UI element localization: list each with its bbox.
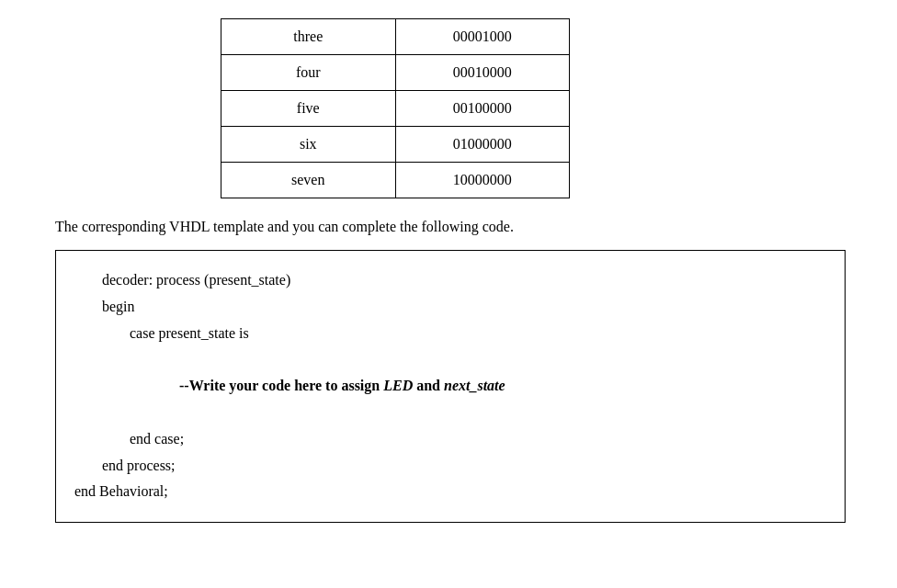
code-line-4-prefix: --Write your code here to assign: [179, 378, 383, 393]
table-cell-name: five: [221, 91, 396, 127]
table-cell-name: six: [221, 127, 396, 163]
code-line-4-mid: and: [413, 378, 444, 393]
table-container: three00001000four00010000five00100000six…: [221, 18, 570, 198]
table-row: four00010000: [221, 55, 570, 91]
table-cell-name: three: [221, 19, 396, 55]
description-text: The corresponding VHDL template and you …: [55, 219, 514, 235]
table-cell-value: 01000000: [395, 127, 570, 163]
code-line-3: case present_state is: [74, 321, 826, 347]
table-row: five00100000: [221, 91, 570, 127]
table-cell-value: 10000000: [395, 163, 570, 198]
code-line-4-italic1: LED: [383, 378, 413, 393]
code-line-5: end case;: [74, 426, 826, 453]
page-content: three00001000four00010000five00100000six…: [55, 18, 842, 523]
table-cell-name: four: [221, 55, 396, 91]
table-cell-value: 00001000: [395, 19, 570, 55]
table-cell-value: 00100000: [395, 91, 570, 127]
code-line-1: decoder: process (present_state): [74, 267, 826, 294]
table-cell-name: seven: [221, 163, 396, 198]
data-table: three00001000four00010000five00100000six…: [221, 18, 570, 198]
table-row: seven10000000: [221, 163, 570, 198]
code-line-7: end Behavioral;: [74, 479, 826, 505]
table-row: three00001000: [221, 19, 570, 55]
code-line-6: end process;: [74, 453, 826, 480]
code-line-4: --Write your code here to assign LED and…: [74, 346, 826, 425]
code-line-2: begin: [74, 294, 826, 321]
table-cell-value: 00010000: [395, 55, 570, 91]
code-box: decoder: process (present_state) begin c…: [55, 250, 846, 523]
code-line-4-italic2: next_state: [444, 378, 505, 393]
table-row: six01000000: [221, 127, 570, 163]
